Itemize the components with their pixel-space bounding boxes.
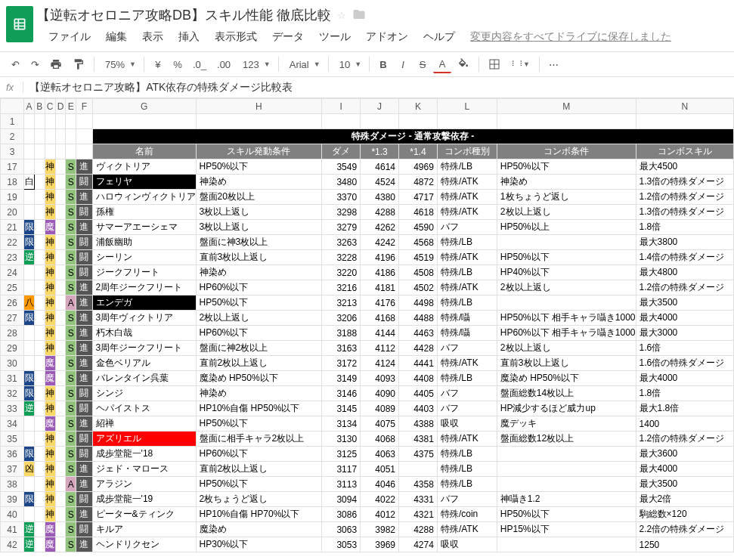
cell[interactable]: 神: [45, 250, 55, 265]
column-header[interactable]: C: [45, 99, 55, 114]
cell[interactable]: [34, 235, 45, 250]
cell-combo-skill[interactable]: 1.3倍の特殊ダメージ: [636, 205, 733, 220]
cell-damage[interactable]: 3063: [322, 522, 361, 537]
format-currency-button[interactable]: ¥: [149, 55, 167, 73]
row-header[interactable]: 20: [1, 205, 24, 220]
cell-skill-condition[interactable]: HP50%以下: [196, 159, 322, 175]
cell[interactable]: S: [66, 416, 76, 432]
cell-x14[interactable]: 4502: [399, 280, 438, 295]
cell[interactable]: 進: [76, 280, 93, 295]
cell-combo-type[interactable]: 特殊/LB: [437, 447, 497, 462]
cell-x13[interactable]: 3969: [361, 537, 399, 552]
cell-combo-skill[interactable]: 最大3500: [636, 295, 733, 311]
cell-combo-type[interactable]: バフ: [437, 492, 497, 507]
column-label[interactable]: *1.4: [399, 144, 438, 159]
cell-x13[interactable]: 4196: [361, 250, 399, 265]
cell-name[interactable]: アラジン: [92, 477, 196, 492]
sheets-logo-icon[interactable]: [6, 6, 33, 42]
cell-combo-condition[interactable]: 2枚以上返し: [497, 280, 636, 295]
cell[interactable]: 神: [45, 432, 55, 447]
cell-name[interactable]: 紹禅: [92, 416, 196, 432]
cell-name[interactable]: 3周年ヴィクトリア: [92, 311, 196, 326]
cell-combo-type[interactable]: 特殊/囁: [437, 311, 497, 326]
cell[interactable]: S: [66, 356, 76, 371]
cell-combo-condition[interactable]: 2枚以上返し: [497, 205, 636, 220]
cell[interactable]: [24, 507, 35, 522]
cell[interactable]: 闘: [76, 401, 93, 416]
cell-name[interactable]: 成歩堂龍一'19: [92, 492, 196, 507]
row-header[interactable]: 43: [1, 552, 24, 553]
cell[interactable]: [34, 175, 45, 190]
column-label[interactable]: コンボ条件: [497, 144, 636, 159]
cell-skill-condition[interactable]: HP10%自傷 HP50%以下: [196, 401, 322, 416]
cell[interactable]: [34, 537, 45, 552]
cell[interactable]: [34, 326, 45, 341]
cell-skill-condition[interactable]: 神染め: [196, 175, 322, 190]
cell[interactable]: 闘: [76, 432, 93, 447]
cell[interactable]: [399, 114, 438, 129]
cell[interactable]: [34, 265, 45, 280]
redo-button[interactable]: ↷: [26, 55, 44, 73]
cell[interactable]: 神: [45, 552, 55, 553]
cell-combo-type[interactable]: バフ: [437, 386, 497, 401]
cell[interactable]: [24, 356, 35, 371]
cell-damage[interactable]: 3298: [322, 205, 361, 220]
cell[interactable]: S: [66, 265, 76, 280]
cell[interactable]: 進: [76, 190, 93, 205]
cell[interactable]: S: [66, 522, 76, 537]
cell[interactable]: [55, 507, 66, 522]
cell-damage[interactable]: 3086: [322, 507, 361, 522]
cell[interactable]: 進: [76, 311, 93, 326]
cell-x14[interactable]: 4250: [399, 552, 438, 553]
cell-x14[interactable]: 4375: [399, 447, 438, 462]
row-header[interactable]: 33: [1, 401, 24, 416]
bold-button[interactable]: B: [374, 55, 392, 73]
cell-skill-condition[interactable]: HP30%以下: [196, 537, 322, 552]
cell[interactable]: [55, 265, 66, 280]
cell-damage[interactable]: 3213: [322, 295, 361, 311]
cell[interactable]: [24, 190, 35, 205]
zoom-dropdown[interactable]: 75%▼: [99, 57, 139, 72]
cell[interactable]: [66, 144, 76, 159]
cell[interactable]: S: [66, 507, 76, 522]
cell-skill-condition[interactable]: 盤面に相手キャラ2枚以上: [196, 432, 322, 447]
menu-file[interactable]: ファイル: [42, 27, 97, 47]
cell[interactable]: 進: [76, 537, 93, 552]
cell[interactable]: [55, 477, 66, 492]
cell-x14[interactable]: 4405: [399, 386, 438, 401]
cell[interactable]: [55, 175, 66, 190]
font-size-dropdown[interactable]: 10▼: [333, 57, 364, 72]
row-header[interactable]: 36: [1, 447, 24, 462]
cell-combo-type[interactable]: 特殊/ATK: [437, 280, 497, 295]
cell-x14[interactable]: 4618: [399, 205, 438, 220]
cell-x13[interactable]: 4262: [361, 220, 399, 235]
cell[interactable]: 闘: [76, 250, 93, 265]
cell[interactable]: [55, 552, 66, 553]
cell[interactable]: [34, 507, 45, 522]
cell[interactable]: S: [66, 341, 76, 356]
cell[interactable]: [55, 432, 66, 447]
cell[interactable]: [636, 114, 733, 129]
cell-damage[interactable]: 3149: [322, 371, 361, 386]
column-label[interactable]: コンボスキル: [636, 144, 733, 159]
cell[interactable]: S: [66, 280, 76, 295]
cell-skill-condition[interactable]: 魔染め: [196, 522, 322, 537]
cell-x13[interactable]: 4124: [361, 356, 399, 371]
row-header[interactable]: 25: [1, 280, 24, 295]
cell-combo-skill[interactable]: 1.8倍: [636, 220, 733, 235]
column-label[interactable]: コンボ種別: [437, 144, 497, 159]
cell-skill-condition[interactable]: HP2000自傷: [196, 552, 322, 553]
cell-x14[interactable]: 4519: [399, 250, 438, 265]
column-label[interactable]: ダメ: [322, 144, 361, 159]
cell[interactable]: S: [66, 492, 76, 507]
cell[interactable]: [45, 129, 55, 144]
cell[interactable]: 魔: [45, 537, 55, 552]
cell-x13[interactable]: 4112: [361, 341, 399, 356]
cell-combo-skill[interactable]: 1.2倍の特殊ダメージ: [636, 432, 733, 447]
cell[interactable]: 神: [45, 159, 55, 175]
menu-addons[interactable]: アドオン: [360, 27, 414, 47]
cell-combo-condition[interactable]: HP50%以下 相手キャラ囁き1000: [497, 311, 636, 326]
cell[interactable]: 闘: [76, 175, 93, 190]
cell[interactable]: [34, 492, 45, 507]
cell[interactable]: [55, 492, 66, 507]
